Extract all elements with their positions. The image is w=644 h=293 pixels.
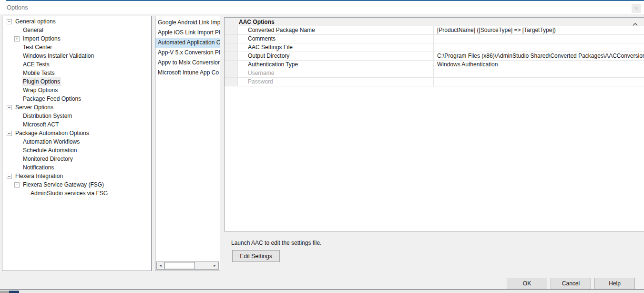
row-gutter (225, 69, 238, 77)
title-bar[interactable]: Options ✕ (0, 1, 644, 14)
tree-item-flexera-service-gateway[interactable]: −Flexera Service Gateway (FSG) (2, 180, 151, 189)
property-row-password: Password (225, 78, 644, 86)
tree-item-label: Automation Workflows (22, 137, 81, 146)
options-tree: −General options General +Import Options… (2, 16, 152, 271)
ok-button[interactable]: OK (507, 278, 547, 289)
background-strip-gray (0, 291, 9, 293)
property-value[interactable] (434, 35, 644, 43)
property-name-disabled: Password (238, 78, 434, 86)
row-gutter (225, 43, 238, 52)
aac-options-header-label: AAC Options (239, 19, 275, 25)
tree-item-label: Package Automation Options (14, 128, 90, 138)
row-gutter (225, 35, 238, 43)
property-name: Comments (238, 35, 434, 43)
tree-item-label: General options (14, 17, 57, 26)
plugin-list-item[interactable]: Google Android Link Imp (155, 18, 220, 28)
property-row-aac-settings-file[interactable]: AAC Settings File (225, 43, 644, 52)
expand-box-icon[interactable]: + (14, 36, 20, 42)
collapse-box-icon[interactable]: − (7, 131, 12, 136)
tree-item-label: Mobile Tests (22, 68, 55, 78)
tree-item-label: Monitored Directory (22, 154, 74, 164)
tree-item-mobile-tests[interactable]: Mobile Tests (2, 69, 151, 77)
scrollbar-thumb[interactable] (164, 262, 195, 269)
row-gutter (225, 26, 238, 34)
property-row-authentication-type[interactable]: Authentication Type Windows Authenticati… (225, 61, 644, 69)
collapse-box-icon[interactable]: − (7, 19, 12, 24)
launch-aac-hint-text: Launch AAC to edit the settings file. (231, 240, 321, 246)
property-row-comments[interactable]: Comments (225, 35, 644, 43)
tree-item-distribution-system[interactable]: Distribution System (2, 112, 151, 120)
tree-item-label: Flexera Integration (14, 171, 64, 181)
tree-item-flexera-integration[interactable]: −Flexera Integration (2, 172, 151, 180)
background-strip-navy (9, 291, 19, 293)
tree-item-label: Test Center (22, 42, 53, 52)
property-value[interactable]: [ProductName] ([SourceType] => [TargetTy… (434, 26, 644, 34)
options-dialog: Options ✕ −General options General +Impo… (0, 0, 644, 293)
cancel-button[interactable]: Cancel (551, 278, 591, 289)
property-name: Authentication Type (238, 61, 434, 69)
tree-item-schedule-automation[interactable]: Schedule Automation (2, 146, 151, 155)
tree-item-label: Microsoft ACT (22, 120, 60, 129)
plugin-list-item[interactable]: App-V 5.x Conversion Plu (155, 48, 220, 58)
collapse-box-icon[interactable]: − (14, 182, 20, 188)
row-gutter (225, 61, 238, 69)
tree-item-label: Package Feed Options (22, 94, 82, 104)
tree-item-import-options[interactable]: +Import Options (2, 34, 151, 43)
tree-item-label: Windows Installer Validation (22, 51, 95, 61)
tree-item-package-automation-options[interactable]: −Package Automation Options (2, 129, 151, 137)
plugin-list-item[interactable]: Appv to Msix Conversion (155, 58, 220, 68)
property-name: AAC Settings File (238, 43, 434, 52)
collapse-box-icon[interactable]: − (7, 105, 12, 110)
tree-item-ace-tests[interactable]: ACE Tests (2, 60, 151, 69)
edit-settings-button[interactable]: Edit Settings (232, 250, 280, 262)
tree-item-label: Server Options (14, 103, 54, 112)
tree-item-automation-workflows[interactable]: Automation Workflows (2, 137, 151, 146)
tree-item-label: General (22, 25, 44, 35)
row-gutter (225, 78, 238, 86)
plugin-list-item-selected[interactable]: Automated Application C (155, 38, 220, 48)
property-name: Converted Package Name (238, 26, 434, 34)
tree-item-adminstudio-services-via-fsg[interactable]: AdminStudio services via FSG (2, 189, 151, 198)
tree-item-plugin-options[interactable]: Plugin Options (2, 77, 151, 86)
background-window-bottom-strip (0, 290, 644, 293)
close-icon[interactable]: ✕ (632, 4, 641, 13)
tree-item-label: ACE Tests (22, 60, 51, 69)
tree-item-package-feed-options[interactable]: Package Feed Options (2, 94, 151, 103)
tree-item-label: Import Options (22, 34, 61, 43)
collapse-box-icon[interactable]: − (7, 174, 12, 179)
aac-options-header: AAC Options (225, 18, 644, 26)
property-value[interactable]: Windows Authentication (434, 61, 644, 69)
property-row-output-directory[interactable]: Output Directory C:\Program Files (x86)\… (225, 52, 644, 61)
tree-item-server-options[interactable]: −Server Options (2, 103, 151, 112)
tree-item-label: Flexera Service Gateway (FSG) (22, 180, 105, 189)
tree-item-general-options[interactable]: −General options (2, 17, 151, 26)
tree-item-monitored-directory[interactable]: Monitored Directory (2, 155, 151, 163)
tree-item-windows-installer-validation[interactable]: Windows Installer Validation (2, 52, 151, 60)
tree-item-general[interactable]: General (2, 26, 151, 34)
scroll-right-arrow-icon[interactable]: ► (211, 262, 218, 269)
property-row-converted-package-name[interactable]: Converted Package Name [ProductName] ([S… (225, 26, 644, 35)
aac-options-panel: AAC Options Converted Package Name [Prod… (224, 17, 644, 231)
plugin-list-item[interactable]: Microsoft Intune App Co (155, 68, 220, 78)
window-title: Options (7, 4, 28, 11)
tree-item-test-center[interactable]: Test Center (2, 43, 151, 52)
property-value (434, 69, 644, 77)
plugin-list-item[interactable]: Apple iOS Link Import Plu (155, 28, 220, 38)
tree-item-wrap-options[interactable]: Wrap Options (2, 86, 151, 94)
property-name-disabled: Username (238, 69, 434, 77)
tree-item-label: AdminStudio services via FSG (30, 188, 109, 198)
scroll-left-arrow-icon[interactable]: ◄ (157, 262, 164, 269)
property-name: Output Directory (238, 52, 434, 60)
row-gutter (225, 52, 238, 60)
property-row-username: Username (225, 69, 644, 78)
property-value[interactable] (434, 43, 644, 52)
dialog-body: −General options General +Import Options… (0, 14, 644, 290)
collapse-chevron-icon[interactable] (633, 20, 638, 29)
horizontal-scrollbar[interactable]: ◄ ► (156, 262, 219, 270)
help-button[interactable]: Help (594, 278, 635, 289)
tree-item-microsoft-act[interactable]: Microsoft ACT (2, 120, 151, 129)
tree-item-label: Notifications (22, 163, 55, 172)
tree-item-label: Wrap Options (22, 85, 59, 95)
tree-item-notifications[interactable]: Notifications (2, 163, 151, 172)
property-value[interactable]: C:\Program Files (x86)\AdminStudio Share… (434, 52, 644, 60)
